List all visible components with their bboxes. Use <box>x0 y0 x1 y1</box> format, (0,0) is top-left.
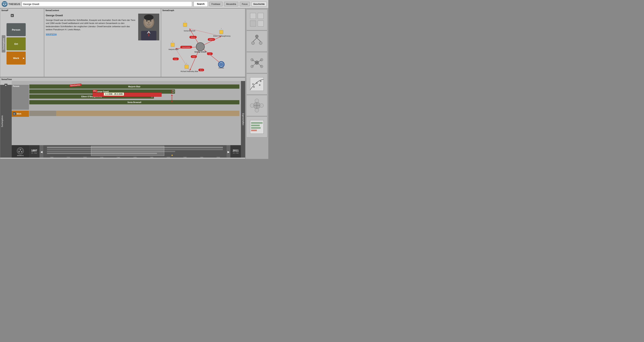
nav-alexandria[interactable]: Alexandria <box>224 2 238 6</box>
sematime-suchergebnis-label: Suchergebnis <box>0 85 4 158</box>
svg-point-83 <box>253 86 255 88</box>
bottom-ticks: 1900 1910 1920 1930 1940 1950 1960 1970 … <box>43 156 226 158</box>
tick-1950b: 1950 <box>133 156 137 158</box>
semp-play-button[interactable]: ▶ <box>11 14 14 17</box>
svg-rect-65 <box>258 13 264 19</box>
year-end-area: 2011 18. Feb <box>230 145 241 158</box>
svg-point-12 <box>148 22 149 23</box>
svg-line-80 <box>252 63 257 66</box>
tick-1980b: 1980 <box>183 156 187 158</box>
search-input[interactable] <box>22 1 192 7</box>
top-bar: THESEUS THESEUS Search Freebase Alexandr… <box>0 0 268 8</box>
ehe-bar <box>92 92 162 97</box>
semacontent-description: George Orwell war ein britischer Schrift… <box>46 18 136 31</box>
svg-rect-44 <box>220 30 223 34</box>
sonia-bar: Sonia Brownell <box>29 100 240 104</box>
nav-freebase[interactable]: Freebase <box>209 2 222 6</box>
tick-1930b: 1930 <box>100 156 103 158</box>
sematime-title-label: SemaTime <box>0 77 245 81</box>
sidebar-thumb-tree[interactable] <box>246 31 268 52</box>
semavis-icon <box>18 148 23 154</box>
svg-line-81 <box>257 63 262 66</box>
timeline-arrow-left[interactable]: ◀ <box>40 145 43 158</box>
sematime-left-col: Suchergebnis <box>0 81 12 158</box>
werk-bar <box>29 111 240 116</box>
person-row-label: Person <box>12 85 29 110</box>
eigenschaften-label: Eigenschaften <box>241 81 245 158</box>
svg-point-11 <box>150 20 152 21</box>
semagraph-inner: Ehe-a Ehe-a Geschwister Kind Is-a Is-a I… <box>161 12 245 76</box>
semp-inner: ▶ Suchergebnis Person Ort Werk <box>0 12 44 76</box>
svg-rect-66 <box>250 21 256 26</box>
svg-rect-41 <box>183 23 187 27</box>
svg-point-69 <box>252 41 254 45</box>
sidebar-thumb-network[interactable] <box>246 52 268 73</box>
thumb-flow-icon <box>249 119 264 135</box>
semagraph-title-label: SemaGraph <box>161 8 245 12</box>
tick-1970b: 1970 <box>166 156 170 158</box>
svg-point-13 <box>144 14 154 20</box>
semagraph-panel: SemaGraph <box>161 8 245 77</box>
svg-text:i: i <box>221 27 222 29</box>
sidebar-thumb-scatter[interactable] <box>246 73 268 95</box>
semp-werk-button[interactable]: Werk ▶ <box>6 51 26 64</box>
sidebar-thumb-bubble[interactable] <box>246 95 268 116</box>
svg-text:George Orwell: George Orwell <box>194 51 206 53</box>
timeline-arrow-right[interactable]: ▶ <box>226 145 230 158</box>
svg-text:i: i <box>172 40 173 42</box>
sidebar-thumb-grid[interactable] <box>246 9 268 30</box>
timeline-dot <box>172 155 173 156</box>
sematime-body: ▶ Suchergebnis Person ▶ <box>0 81 245 158</box>
semp-panel: SemaP ▶ Suchergebnis Person Ort <box>0 8 44 77</box>
svg-point-85 <box>259 84 260 86</box>
sematime-play-button[interactable]: ▶ <box>4 84 8 87</box>
year-end: 2011 <box>233 149 239 152</box>
svg-text:Eileen O'Shaughnessy: Eileen O'Shaughnessy <box>213 35 230 37</box>
semacontent-panel: SemaContent George Orwell George Orwell … <box>44 8 161 77</box>
semp-person-button[interactable]: Person <box>6 23 26 36</box>
tick-1940b: 1940 <box>116 156 120 158</box>
svg-text:Kind: Kind <box>192 56 195 58</box>
thumb-network-icon <box>249 55 264 70</box>
svg-line-62 <box>19 150 20 152</box>
werk-arrow: ▶ <box>23 57 24 59</box>
year-end-sub: 18. Feb <box>233 152 239 154</box>
timeline-scroll[interactable]: 1900 1910 1920 1930 1940 1950 1960 1970 … <box>43 145 226 158</box>
person-portrait <box>138 13 159 40</box>
semacontent-wikipedia-link[interactable]: WIKIPEDIA <box>46 33 136 36</box>
werk-row-label: ▶ Werk <box>12 111 29 117</box>
svg-text:Is-a: Is-a <box>200 69 202 71</box>
semacontent-title-label: SemaContent <box>44 8 161 12</box>
svg-point-39 <box>196 42 204 51</box>
sidebar-thumb-flow[interactable] <box>246 116 268 137</box>
ehe-tag: Ehe <box>92 90 97 92</box>
svg-rect-97 <box>251 125 260 126</box>
sematime-panel: SemaTime ▶ Suchergebnis Pers <box>0 77 245 159</box>
semp-ort-button[interactable]: Ort <box>6 37 26 50</box>
svg-text:THESEUS: THESEUS <box>2 2 7 3</box>
svg-text:Sonia Brownell: Sonia Brownell <box>184 30 195 32</box>
semavis-label: SEMAVIS <box>17 155 24 156</box>
svg-rect-50 <box>184 65 188 69</box>
right-sidebar <box>245 8 268 159</box>
tick-1960b: 1960 <box>150 156 153 158</box>
ehe-vertical-arrow: ▲ ▼ <box>171 89 173 103</box>
tick-1900: 1900 <box>50 156 54 158</box>
top-row: SemaP ▶ Suchergebnis Person Ort <box>0 8 245 77</box>
semacontent-text-area: George Orwell George Orwell war ein brit… <box>46 13 136 74</box>
timeline-main: Person ▶ Werk Marjorie Blair Geschwister <box>12 81 241 158</box>
tick-1910: 1910 <box>66 156 70 158</box>
nav-focus[interactable]: Focus <box>240 2 250 6</box>
timeline-range[interactable] <box>91 146 164 156</box>
semacontent-person-name: George Orwell <box>46 13 136 17</box>
svg-line-63 <box>20 150 22 152</box>
tick-1990b: 1990 <box>200 156 203 158</box>
semavis-bottom: SEMAVIS 1897 22. Dez ◀ <box>12 145 241 158</box>
tick-2000b: 2000 <box>216 156 220 158</box>
svg-line-72 <box>257 38 261 41</box>
search-button[interactable]: Search <box>194 1 208 7</box>
nav-geschichte[interactable]: Geschichte <box>251 2 267 6</box>
svg-rect-47 <box>171 43 174 47</box>
werk-play-button[interactable]: ▶ <box>13 112 16 115</box>
semp-suchergebnis-label: Suchergebnis <box>2 35 5 52</box>
